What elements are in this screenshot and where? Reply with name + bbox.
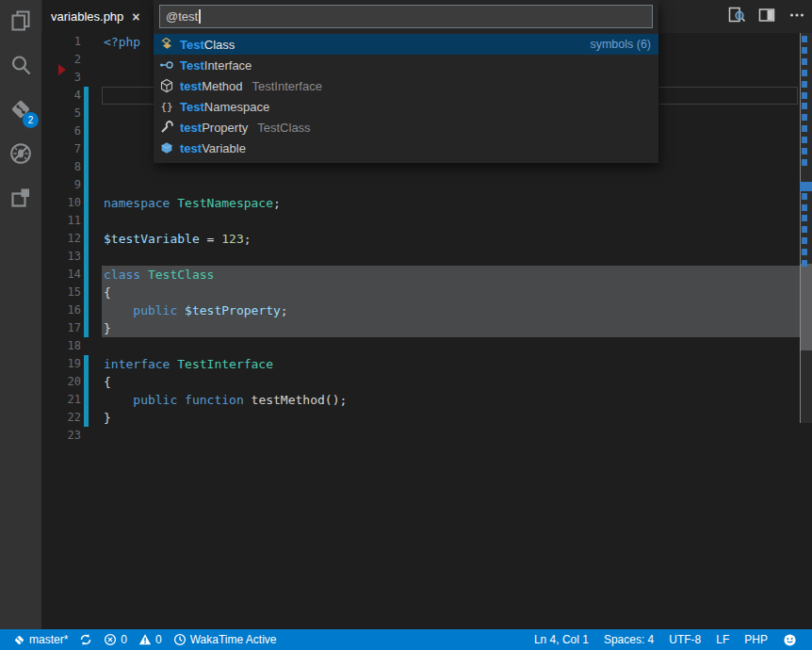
status-label: Ln 4, Col 1 xyxy=(534,633,589,646)
line-number: 15 xyxy=(41,284,81,301)
code-line-20[interactable]: { xyxy=(104,373,111,391)
quick-open-input[interactable]: @test xyxy=(159,5,653,28)
status-encoding[interactable]: UTF-8 xyxy=(661,629,708,650)
status-label: 0 xyxy=(155,633,162,646)
status-bar-left: master*00WakaTime Active xyxy=(0,629,283,650)
line-number: 8 xyxy=(41,158,81,176)
overview-modified-mark xyxy=(802,70,807,76)
scm-pending-changes-badge: 2 xyxy=(23,112,39,128)
line-number: 4 xyxy=(41,87,81,105)
activity-bar-item-debug[interactable] xyxy=(0,133,41,177)
activity-bar-item-search[interactable] xyxy=(0,44,41,89)
symbol-label: testMethod xyxy=(180,79,243,93)
status-warnings[interactable]: 0 xyxy=(133,629,168,650)
close-icon[interactable]: × xyxy=(132,9,139,24)
quick-open-item-TestNamespace[interactable]: {}TestNamespace xyxy=(154,96,658,117)
line-number: 14 xyxy=(41,266,81,284)
status-language-mode[interactable]: PHP xyxy=(737,629,775,650)
git-branch-icon xyxy=(13,634,25,646)
symbol-container-label: TestInterface xyxy=(252,79,322,93)
line-number: 7 xyxy=(41,140,81,158)
symbol-label: TestClass xyxy=(180,38,235,52)
search-icon xyxy=(8,53,33,81)
overview-modified-mark xyxy=(802,47,807,54)
activity-bar-item-explorer[interactable] xyxy=(0,0,41,44)
quick-open-item-TestClass[interactable]: TestClasssymbols (6) xyxy=(154,34,658,55)
overview-modified-mark xyxy=(802,114,807,121)
overview-modified-mark xyxy=(802,260,807,267)
status-eol[interactable]: LF xyxy=(708,629,737,650)
line-number: 16 xyxy=(41,301,81,319)
overview-modified-mark xyxy=(802,204,807,211)
quick-open-item-testMethod[interactable]: testMethodTestInterface xyxy=(154,75,658,96)
line-number: 18 xyxy=(41,337,81,355)
line-number: 13 xyxy=(41,248,81,266)
code-line-14[interactable]: class TestClass xyxy=(104,266,214,284)
open-preview-icon xyxy=(728,7,746,27)
line-number: 22 xyxy=(41,409,81,427)
overview-modified-mark xyxy=(802,103,807,109)
interface-icon xyxy=(159,57,176,73)
status-label: UTF-8 xyxy=(669,633,701,646)
line-number: 5 xyxy=(41,105,81,122)
text-caret xyxy=(199,9,201,24)
line-number: 12 xyxy=(41,230,81,248)
status-indentation[interactable]: Spaces: 4 xyxy=(596,629,661,650)
code-line-10[interactable]: namespace TestNamespace; xyxy=(104,194,281,212)
line-number: 9 xyxy=(41,176,81,194)
overview-modified-mark xyxy=(802,193,807,200)
quick-open-item-testVariable[interactable]: testVariable xyxy=(154,138,658,158)
code-line-19[interactable]: interface TestInterface xyxy=(104,355,273,373)
code-line-1[interactable]: <?php xyxy=(104,33,140,51)
property-icon xyxy=(159,120,176,135)
line-number: 11 xyxy=(41,212,81,230)
overview-range-mark xyxy=(800,264,812,350)
line-number: 20 xyxy=(41,373,81,391)
status-errors[interactable]: 0 xyxy=(98,629,133,650)
code-line-22[interactable]: } xyxy=(104,409,111,427)
overview-modified-mark xyxy=(802,148,807,154)
tab-variables-php[interactable]: variables.php × xyxy=(42,0,154,33)
open-preview-button[interactable] xyxy=(727,8,746,26)
status-label: 0 xyxy=(121,633,127,646)
symbol-label: testVariable xyxy=(180,141,246,155)
status-git-branch[interactable]: master* xyxy=(8,629,73,650)
overview-modified-mark xyxy=(802,92,807,99)
status-feedback[interactable] xyxy=(775,629,804,650)
overview-ruler xyxy=(800,33,812,629)
status-bar-right: Ln 4, Col 1Spaces: 4UTF-8LFPHP xyxy=(527,629,812,650)
git-modified-gutter-stripe xyxy=(84,355,89,427)
activity-bar-item-source-control[interactable]: 2 xyxy=(0,89,41,133)
overview-modified-mark xyxy=(802,159,807,166)
status-sync[interactable] xyxy=(73,629,98,650)
vscode-window: 2 variables.php × 1234567891011121314151… xyxy=(0,0,812,650)
error-icon xyxy=(104,633,117,646)
svg-text:{}: {} xyxy=(160,101,172,113)
status-cursor-position[interactable]: Ln 4, Col 1 xyxy=(527,629,596,650)
code-line-16[interactable]: public $testProperty; xyxy=(104,301,288,319)
code-line-21[interactable]: public function testMethod(); xyxy=(104,391,347,409)
symbol-container-label: TestClass xyxy=(257,121,310,135)
activity-bar: 2 xyxy=(0,0,41,629)
overview-modified-mark xyxy=(800,182,812,191)
quick-open-item-testProperty[interactable]: testPropertyTestClass xyxy=(154,117,658,138)
line-number: 23 xyxy=(41,427,81,445)
status-label: WakaTime Active xyxy=(190,633,277,646)
symbol-label: testProperty xyxy=(180,121,248,135)
overview-modified-mark xyxy=(802,249,807,255)
smiley-icon xyxy=(783,633,797,647)
code-line-12[interactable]: $testVariable = 123; xyxy=(104,230,252,248)
line-number: 6 xyxy=(41,122,81,140)
status-wakatime[interactable]: WakaTime Active xyxy=(168,629,283,650)
quick-open-item-TestInterface[interactable]: TestInterface xyxy=(154,55,658,75)
line-number: 19 xyxy=(41,355,81,373)
code-line-17[interactable]: } xyxy=(104,319,111,337)
more-actions-button[interactable] xyxy=(788,8,806,26)
overview-modified-mark xyxy=(802,81,807,88)
overview-modified-mark xyxy=(802,125,807,132)
activity-bar-item-extensions[interactable] xyxy=(0,177,41,221)
split-editor-button[interactable] xyxy=(757,8,776,26)
more-actions-icon xyxy=(788,7,805,27)
code-line-15[interactable]: { xyxy=(104,284,111,301)
symbol-label: TestNamespace xyxy=(180,100,269,114)
